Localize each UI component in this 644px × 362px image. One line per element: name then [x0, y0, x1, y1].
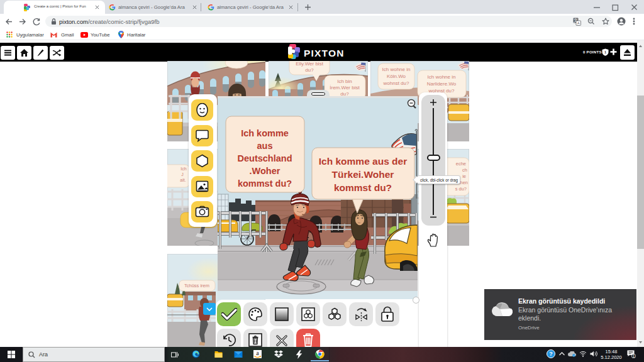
svg-text:kommst du?: kommst du?	[238, 178, 292, 189]
svg-text:Ich wohne in: Ich wohne in	[428, 74, 456, 80]
svg-text:ch: ch	[462, 167, 467, 173]
svg-text:Ich bin: Ich bin	[337, 79, 352, 84]
svg-text:1: 1	[604, 50, 606, 54]
svg-text:J: J	[181, 172, 184, 177]
svg-text:1: 1	[633, 354, 635, 358]
svg-text:Ich komme aus der: Ich komme aus der	[319, 156, 407, 167]
svg-text:ie: ie	[462, 173, 466, 179]
svg-text:A: A	[577, 21, 580, 25]
svg-text:Ich komme: Ich komme	[241, 128, 289, 138]
svg-text:Deutschland: Deutschland	[237, 153, 292, 163]
svg-text:Elly.Wer bist: Elly.Wer bist	[296, 61, 323, 67]
svg-text:Tchüss irem: Tchüss irem	[184, 283, 209, 288]
svg-text:Ich: Ich	[180, 167, 186, 171]
svg-text:.Woher: .Woher	[250, 166, 280, 176]
svg-text:s du?: s du?	[455, 186, 467, 192]
svg-text:Narlidere.Wo: Narlidere.Wo	[427, 81, 457, 87]
svg-text:eche: eche	[456, 161, 466, 167]
svg-text:İrem.Wer bist: İrem.Wer bist	[330, 85, 360, 90]
svg-text:Köln.Wo: Köln.Wo	[387, 74, 406, 79]
svg-text:alt.: alt.	[180, 178, 186, 182]
svg-text:du?: du?	[305, 67, 314, 73]
svg-text:wohnst du?: wohnst du?	[383, 80, 409, 86]
svg-text:Ich wohne in: Ich wohne in	[382, 67, 411, 72]
svg-text:?: ?	[549, 351, 553, 357]
svg-text:aus: aus	[257, 141, 273, 151]
svg-text:Türkei.Woher: Türkei.Woher	[332, 169, 394, 180]
svg-text:kommst du?: kommst du?	[334, 182, 392, 193]
